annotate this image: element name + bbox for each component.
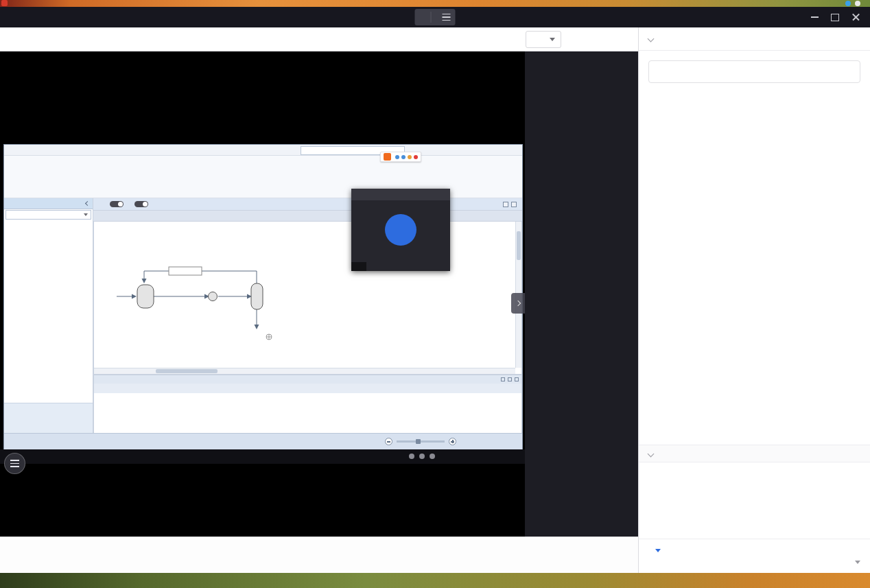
maximize-button[interactable]	[825, 7, 845, 27]
send-to-selector[interactable]	[652, 549, 661, 552]
avatar	[385, 214, 416, 246]
flowsheet-tabs	[93, 211, 522, 221]
layout-icon	[532, 35, 541, 45]
minimize-button[interactable]	[804, 7, 825, 27]
close-button[interactable]	[845, 7, 866, 27]
chat-header[interactable]	[639, 445, 870, 462]
window-titlebar	[0, 7, 870, 27]
process-flow-diagram	[94, 222, 521, 374]
mic-icon	[355, 263, 361, 270]
aspen-statusbar	[4, 433, 522, 449]
taskbar-tray	[409, 454, 435, 459]
search-icon	[303, 148, 309, 154]
send-button[interactable]	[851, 561, 860, 564]
palette-header	[94, 375, 521, 384]
screen-share-area	[0, 51, 525, 537]
shared-taskbar	[0, 449, 525, 464]
desktop-pin-icon	[1, 0, 8, 6]
banner-menu-icon[interactable]	[438, 9, 456, 25]
economics-toggle[interactable]	[110, 201, 124, 207]
meeting-toolbar	[0, 537, 638, 573]
ime-mic-icon	[395, 155, 399, 159]
divider	[431, 12, 432, 23]
zoom-out-icon[interactable]	[385, 438, 392, 445]
tree-filter-dropdown[interactable]	[5, 210, 91, 220]
collapse-icon[interactable]	[85, 201, 90, 206]
member-list	[639, 91, 870, 393]
ime-toolbox-icon	[408, 155, 412, 159]
chat-messages	[639, 462, 870, 539]
model-palette	[93, 375, 522, 434]
input-method-toolbar[interactable]	[380, 152, 421, 162]
search-icon	[655, 67, 665, 77]
chevron-down-icon	[648, 450, 655, 457]
economics-bar	[93, 198, 522, 211]
horizontal-scrollbar[interactable]	[94, 368, 515, 374]
fullscreen-icon[interactable]	[613, 33, 626, 45]
collapse-thumbnails-handle[interactable]	[511, 293, 525, 314]
nav-pane-header	[4, 198, 93, 209]
assistant-bubble[interactable]	[4, 453, 25, 474]
mic-icon	[355, 191, 361, 198]
watching-banner[interactable]	[415, 9, 456, 25]
speaking-overlay-header	[351, 189, 450, 200]
window-controls	[804, 7, 866, 27]
member-search-input[interactable]	[670, 66, 854, 78]
network-signal-icon	[47, 33, 60, 45]
meeting-info-icon[interactable]	[9, 33, 21, 45]
chat-send-bar	[639, 539, 870, 573]
browser-avatar-icon	[845, 1, 851, 6]
browser-button-icon	[855, 1, 860, 6]
chevron-down-icon	[84, 213, 88, 216]
participant-name-label	[351, 262, 366, 271]
ime-clip-icon	[414, 155, 418, 159]
palette-controls[interactable]	[501, 377, 519, 381]
members-header[interactable]	[639, 27, 870, 51]
chevron-down-icon	[648, 36, 655, 43]
chevron-down-icon	[550, 38, 555, 41]
palette-items	[94, 393, 521, 434]
zoom-in-icon[interactable]	[449, 438, 456, 445]
video-thumbnails	[525, 51, 638, 537]
meeting-infobar	[0, 27, 638, 51]
meeting-window	[0, 7, 870, 573]
speaking-overlay-body	[351, 200, 450, 271]
sogou-logo-icon	[384, 153, 391, 161]
desktop-background-top	[0, 0, 870, 7]
nav-pane-filler	[4, 403, 93, 433]
members-panel	[638, 27, 870, 573]
flowsheet-canvas[interactable]	[93, 221, 522, 375]
image-icon[interactable]	[829, 545, 840, 556]
desktop-background-bottom	[0, 573, 870, 588]
aspen-navigation-pane	[4, 198, 93, 433]
chevron-down-icon	[855, 561, 860, 564]
energy-toggle[interactable]	[134, 201, 148, 207]
meeting-security-icon[interactable]	[28, 33, 40, 45]
aspen-menubar	[4, 145, 522, 156]
speaking-overlay	[351, 189, 450, 271]
simulation-tree	[4, 220, 93, 364]
zoom-slider[interactable]	[397, 440, 445, 443]
palette-tabs	[94, 384, 521, 393]
member-search[interactable]	[648, 60, 860, 83]
zoom-controls	[381, 438, 518, 445]
chevron-down-icon	[655, 549, 661, 552]
chat-settings-icon[interactable]	[849, 545, 860, 556]
ime-keyboard-icon	[401, 155, 405, 159]
view-mode-button[interactable]	[526, 31, 561, 48]
screen	[0, 0, 870, 588]
